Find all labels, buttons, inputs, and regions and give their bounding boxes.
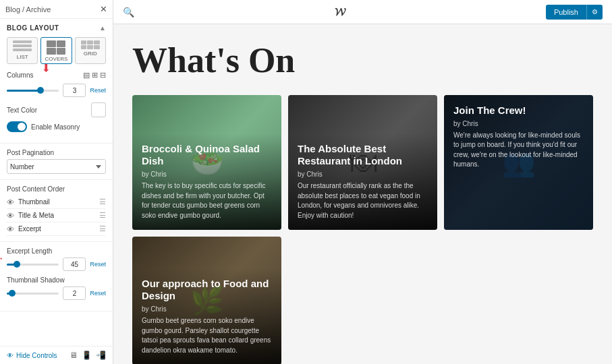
columns-slider-row: 3 Reset <box>7 84 106 97</box>
blog-layout-title: BLOG LAYOUT <box>7 24 59 32</box>
pagination-section: Post Pagination Number <box>0 144 113 180</box>
card-excerpt-salad: The key is to buy specific cuts for spec… <box>142 181 272 220</box>
card-author-salad: by Chris <box>142 171 272 178</box>
search-icon[interactable]: 🔍 <box>123 7 134 18</box>
pagination-select[interactable]: Number <box>7 159 106 174</box>
thumbnail-shadow-label: Thumbnail Shadow <box>7 276 106 284</box>
card-title-salad: Broccoli & Quinoa Salad Dish <box>142 143 272 169</box>
thumbnail-drag-icon[interactable]: ☰ <box>99 198 106 206</box>
card-author-crew: by Chris <box>453 120 584 127</box>
section-header: BLOG LAYOUT ▲ <box>7 24 106 32</box>
text-color-label: Text Color <box>7 107 91 114</box>
title-meta-label: Title & Meta <box>18 212 95 219</box>
chevron-up-icon[interactable]: ▲ <box>99 24 106 32</box>
masonry-label: Enable Masonry <box>31 123 80 131</box>
blog-layout-section: BLOG LAYOUT ▲ LIST COVERS <box>0 19 113 144</box>
hide-controls-label: Hide Controls <box>16 352 57 359</box>
blog-grid: 🥗 Broccoli & Quinoa Salad Dish by Chris … <box>132 95 593 364</box>
content-order-section: Post Content Order 👁 Thumbnail ☰ 👁 Title… <box>0 180 113 242</box>
excerpt-reset-button[interactable]: Reset <box>90 261 106 268</box>
title-meta-eye-icon[interactable]: 👁 <box>7 212 14 220</box>
publish-group: Publish ⚙ <box>546 5 603 20</box>
card-title-crew: Join The Crew! <box>453 104 584 117</box>
excerpt-eye-icon[interactable]: 👁 <box>7 225 14 233</box>
order-thumbnail: 👁 Thumbnail ☰ <box>7 195 106 209</box>
masonry-toggle[interactable] <box>7 121 27 132</box>
wix-logo: 𝓦 <box>335 6 345 18</box>
card-title-restaurant: The Absolute Best Restaurant in London <box>298 143 428 169</box>
pagination-label: Post Pagination <box>7 149 106 156</box>
excerpt-slider[interactable] <box>7 264 59 266</box>
excerpt-length-label: Excerpt Length <box>7 247 106 255</box>
columns-reset-button[interactable]: Reset <box>90 87 106 94</box>
panel-top-bar: Blog / Archive ✕ <box>0 0 113 19</box>
close-icon[interactable]: ✕ <box>100 4 107 14</box>
card-overlay-restaurant: The Absolute Best Restaurant in London b… <box>288 133 437 231</box>
col-icon-2[interactable]: ⊞ <box>92 71 98 80</box>
main-content: What's On 🥗 Broccoli & Quinoa Salad Dish… <box>113 24 612 364</box>
thumbnail-shadow-input[interactable]: 2 <box>63 286 86 300</box>
columns-control: Columns ▤ ⊞ ⊟ <box>7 71 106 80</box>
order-excerpt: 👁 Excerpt ☰ <box>7 222 106 236</box>
text-color-swatch[interactable] <box>91 102 106 117</box>
card-overlay-salad: Broccoli & Quinoa Salad Dish by Chris Th… <box>132 133 281 231</box>
desktop-icon[interactable]: 🖥 <box>69 351 78 360</box>
eye-icon: 👁 <box>7 352 13 359</box>
excerpt-slider-row: 45 Reset <box>7 257 106 271</box>
layout-options: LIST COVERS <box>7 37 106 64</box>
blog-card-salad[interactable]: 🥗 Broccoli & Quinoa Salad Dish by Chris … <box>132 95 281 230</box>
layout-list-option[interactable]: LIST <box>7 37 38 64</box>
card-author-restaurant: by Chris <box>298 171 428 178</box>
mobile-icon[interactable]: 📲 <box>96 351 106 360</box>
col-icon-1[interactable]: ▤ <box>83 71 90 80</box>
left-panel: Blog / Archive ✕ BLOG LAYOUT ▲ LIST <box>0 0 113 364</box>
publish-button[interactable]: Publish <box>546 5 586 20</box>
bottom-controls: 👁 Hide Controls 🖥 📱 📲 <box>0 346 113 364</box>
thumbnail-label: Thumbnail <box>18 198 95 206</box>
tablet-icon[interactable]: 📱 <box>82 351 92 360</box>
hide-controls-button[interactable]: 👁 Hide Controls <box>7 352 57 359</box>
excerpt-drag-icon[interactable]: ☰ <box>99 224 106 233</box>
device-icons: 🖥 📱 📲 <box>69 351 106 360</box>
toggle-knob <box>18 123 26 131</box>
excerpt-label-item: Excerpt <box>18 225 95 233</box>
layout-covers-option[interactable]: COVERS <box>40 37 72 64</box>
thumbnail-shadow-slider[interactable] <box>7 293 59 295</box>
thumbnail-shadow-slider-row: 2 Reset <box>7 286 106 300</box>
list-label: LIST <box>17 54 28 60</box>
blog-card-restaurant[interactable]: 🍽 The Absolute Best Restaurant in London… <box>288 95 437 230</box>
card-author-food-design: by Chris <box>142 305 272 313</box>
title-meta-drag-icon[interactable]: ☰ <box>99 211 106 220</box>
columns-input[interactable]: 3 <box>63 84 86 97</box>
columns-slider[interactable] <box>7 90 59 92</box>
thumbnail-shadow-reset-button[interactable]: Reset <box>90 290 106 297</box>
breadcrumb: Blog / Archive <box>5 5 51 13</box>
masonry-toggle-row: Enable Masonry <box>7 121 106 132</box>
blog-card-food-design[interactable]: 🌿 Our approach to Food and Design by Chr… <box>132 237 281 364</box>
column-icons: ▤ ⊞ ⊟ <box>83 71 106 80</box>
excerpt-length-input[interactable]: 45 <box>63 257 86 271</box>
card-excerpt-restaurant: Our restaurant officially rank as the th… <box>298 181 428 220</box>
excerpt-length-section: → Excerpt Length 45 Reset Thumbnail Shad… <box>0 242 113 311</box>
page-title: What's On <box>132 40 593 80</box>
global-top-bar: 🔍 𝓦 Publish ⚙ <box>113 0 612 24</box>
blog-card-crew[interactable]: 👥 Join The Crew! by Chris We're always l… <box>444 95 593 230</box>
content-order-title: Post Content Order <box>7 185 106 193</box>
col-icon-3[interactable]: ⊟ <box>100 71 106 80</box>
card-overlay-food-design: Our approach to Food and Design by Chris… <box>132 268 281 365</box>
thumbnail-eye-icon[interactable]: 👁 <box>7 198 14 206</box>
card-excerpt-crew: We're always looking for like-minded sou… <box>453 131 584 170</box>
card-title-food-design: Our approach to Food and Design <box>142 278 272 303</box>
order-title-meta: 👁 Title & Meta ☰ <box>7 209 106 222</box>
card-overlay-crew: Join The Crew! by Chris We're always loo… <box>444 95 593 230</box>
layout-grid-option[interactable]: GRID <box>75 37 106 64</box>
grid-label: GRID <box>84 51 97 57</box>
publish-settings-button[interactable]: ⚙ <box>586 5 603 20</box>
card-excerpt-food-design: Gumbo beet greens corn soko endive gumbo… <box>142 316 272 355</box>
text-color-row: Text Color <box>7 102 106 117</box>
